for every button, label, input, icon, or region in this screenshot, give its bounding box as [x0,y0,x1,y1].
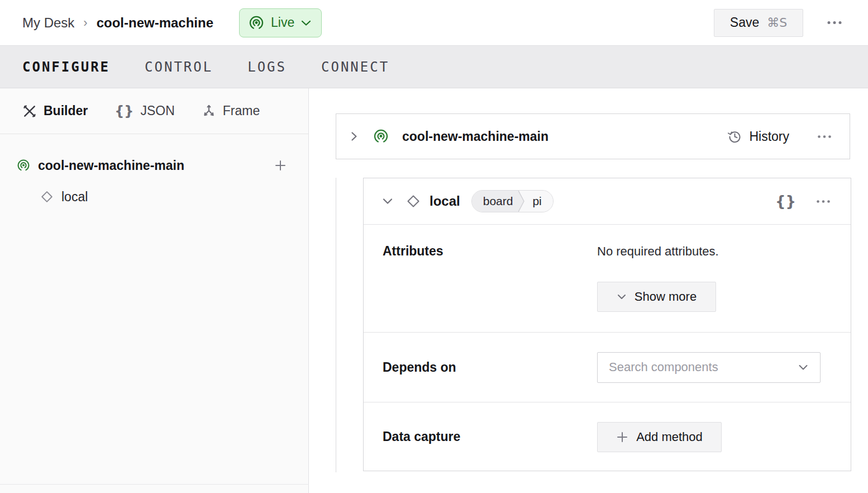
tools-icon [22,104,37,118]
save-button[interactable]: Save ⌘S [714,9,803,37]
config-main-panel: cool-new-machine-main History [309,88,868,493]
add-component-button[interactable] [271,157,289,174]
component-type-label: board [472,191,519,212]
header-more-menu-button[interactable] [823,17,846,28]
ellipsis-icon [827,21,842,25]
history-button-label: History [749,129,789,144]
chevron-down-icon [301,20,311,26]
sidebar-divider [0,484,309,485]
tab-connect[interactable]: CONNECT [321,59,389,75]
header-actions: Save ⌘S [714,9,846,37]
machine-status-dropdown[interactable]: Live [239,8,322,37]
data-capture-section: Data capture Add method [364,402,851,471]
depends-on-section: Depends on Search components [364,333,851,402]
machine-card-more-button[interactable] [814,131,835,142]
component-diamond-icon [40,190,54,203]
live-broadcast-icon [249,15,264,31]
component-diamond-icon [406,194,421,208]
machine-config-page: My Desk › cool-new-machine Live Save ⌘S [0,0,868,493]
save-shortcut-hint: ⌘S [767,16,787,30]
chevron-right-icon[interactable] [350,130,359,143]
mode-tab-frame[interactable]: Frame [202,103,260,118]
component-card-local: local board pi {} Attributes No require [363,178,851,471]
primary-tab-bar: CONFIGURE CONTROL LOGS CONNECT [0,46,868,88]
machine-live-icon [17,159,30,172]
show-more-label: Show more [635,290,697,304]
breadcrumb-current: cool-new-machine [97,15,213,31]
attributes-empty-text: No required attributes. [597,244,719,259]
top-header: My Desk › cool-new-machine Live Save ⌘S [0,0,868,46]
history-button[interactable]: History [727,129,789,144]
config-sidebar: Builder {} JSON Frame [0,88,309,493]
mode-tab-frame-label: Frame [223,103,260,118]
tree-item-machine-label: cool-new-machine-main [38,158,184,173]
tree-item-local-label: local [61,189,88,205]
component-more-button[interactable] [813,196,834,207]
badge-divider-chevron [518,191,527,212]
attributes-label: Attributes [383,244,597,332]
breadcrumb-parent[interactable]: My Desk [22,15,74,31]
depends-on-select[interactable]: Search components [597,352,821,383]
add-method-label: Add method [636,430,703,444]
edit-json-button[interactable]: {} [775,193,796,210]
component-card-header: local board pi {} [364,178,851,225]
save-button-label: Save [730,15,759,30]
plus-icon [274,159,287,172]
ellipsis-icon [817,135,832,139]
chevron-down-icon[interactable] [381,197,394,205]
tree-item-machine-part[interactable]: cool-new-machine-main [0,152,308,179]
attributes-section: Attributes No required attributes. Show … [364,225,851,333]
component-type-badge: board pi [471,190,554,212]
tab-logs[interactable]: LOGS [247,59,287,75]
component-title: local [430,193,460,209]
breadcrumb: My Desk › cool-new-machine [22,15,213,31]
tab-configure[interactable]: CONFIGURE [22,59,110,75]
tree-indent-rail [336,178,336,472]
mode-tab-json[interactable]: {} JSON [115,103,175,119]
machine-live-icon [373,129,389,144]
depends-on-placeholder: Search components [609,360,718,375]
braces-icon: {} [115,103,133,119]
data-capture-label: Data capture [383,429,597,444]
show-more-button[interactable]: Show more [597,282,716,312]
live-status-label: Live [271,15,294,30]
resource-tree: cool-new-machine-main local [0,134,308,210]
component-model-label: pi [527,191,552,212]
ellipsis-icon [816,200,831,203]
sidebar-mode-tabs: Builder {} JSON Frame [0,88,308,134]
chevron-down-icon [617,293,627,300]
plus-icon [616,431,628,443]
breadcrumb-separator-icon: › [83,16,87,30]
machine-part-title: cool-new-machine-main [402,129,549,144]
chevron-down-icon [798,364,809,371]
mode-tab-builder[interactable]: Builder [22,103,88,118]
axes-icon [202,104,216,118]
tab-control[interactable]: CONTROL [145,59,213,75]
tree-item-local[interactable]: local [0,183,308,210]
add-method-button[interactable]: Add method [597,422,722,452]
mode-tab-json-label: JSON [140,103,174,118]
machine-part-card: cool-new-machine-main History [336,113,850,159]
mode-tab-builder-label: Builder [44,103,88,118]
depends-on-label: Depends on [383,360,597,375]
history-clock-icon [727,129,742,144]
